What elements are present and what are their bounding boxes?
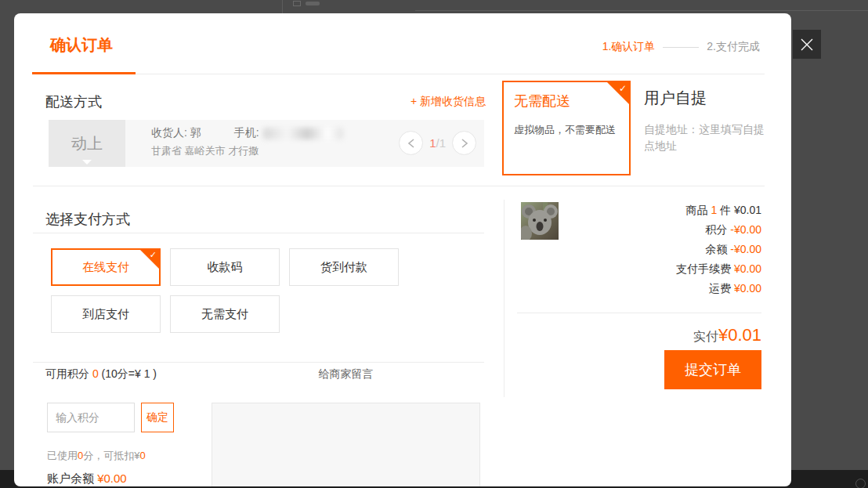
check-icon: ✓: [150, 250, 157, 260]
address-pager: 1/1: [399, 131, 476, 155]
order-confirm-modal: 确认订单 1.确认订单 2.支付完成 配送方式 + 新增收货信息 动上 收货人:…: [14, 13, 791, 486]
payment-option-label: 货到付款: [320, 260, 367, 275]
delivery-option-desc: 虚拟物品，不需要配送: [514, 123, 629, 137]
balance-label: 账户余额: [47, 472, 94, 485]
item-price: ¥0.01: [734, 204, 761, 216]
chevron-left-icon: [407, 139, 415, 148]
merchant-message-label: 给商家留言: [212, 367, 480, 381]
header-active-underline: [32, 72, 136, 74]
row-label: 支付手续费: [676, 262, 731, 275]
payment-option-online[interactable]: ✓ 在线支付: [51, 248, 161, 286]
summary-divider-vertical: [504, 200, 505, 397]
address-next-button[interactable]: [452, 131, 476, 155]
address-page-total: /1: [436, 136, 446, 150]
item-unit: 件: [720, 204, 731, 216]
background-divider: [415, 10, 868, 11]
points-input[interactable]: [47, 403, 135, 432]
address-card[interactable]: 动上 收货人: 郭 手机: 甘肃省 嘉峪关市 才行撒 1/1: [49, 120, 484, 167]
points-rate: (10分=¥ 1 ): [102, 367, 157, 380]
step-connector: [663, 47, 699, 48]
points-heading: 可用积分 0 (10分=¥ 1 ): [45, 367, 157, 381]
check-icon: ✓: [619, 83, 627, 94]
background-chat-icon: [855, 479, 866, 488]
used-mid: 分，可抵扣¥: [83, 450, 139, 461]
address-prev-button[interactable]: [399, 131, 423, 155]
points-used-line: 已使用0分，可抵扣¥0: [47, 449, 146, 463]
add-address-link[interactable]: + 新增收货信息: [410, 95, 486, 109]
summary-row-balance: 余额 -¥0.00: [517, 240, 761, 259]
points-section-divider: [33, 362, 484, 363]
header-divider: [32, 74, 765, 74]
total-row: 实付¥0.01: [517, 325, 761, 345]
delivery-option-self-pickup[interactable]: 用户自提 自提地址：这里填写自提点地址: [644, 88, 773, 154]
order-confirm-screen: 确认订单 1.确认订单 2.支付完成 配送方式 + 新增收货信息 动上 收货人:…: [0, 0, 868, 488]
phone-number-redacted: [263, 128, 343, 139]
payment-method-heading: 选择支付方式: [45, 210, 130, 229]
row-label: 积分: [705, 223, 727, 236]
item-label: 商品: [685, 204, 707, 216]
total-value: ¥0.01: [718, 325, 761, 345]
merchant-message-textarea[interactable]: [212, 403, 480, 486]
step-payment-done: 2.支付完成: [707, 40, 760, 54]
row-label: 余额: [705, 243, 727, 255]
address-tag-label: 动上: [71, 133, 103, 154]
row-value: -¥0.00: [730, 243, 761, 255]
receiver-name: 收货人: 郭: [151, 126, 201, 139]
checkout-steps: 1.确认订单 2.支付完成: [602, 40, 760, 54]
row-value: -¥0.00: [730, 223, 761, 236]
item-qty: 1: [711, 204, 717, 216]
payment-option-in-store[interactable]: 到店支付: [51, 295, 161, 333]
used-prefix: 已使用: [47, 450, 78, 461]
summary-item-row: 商品 1 件 ¥0.01: [517, 201, 761, 220]
submit-order-button[interactable]: 提交订单: [664, 350, 761, 389]
page-title: 确认订单: [50, 34, 113, 56]
phone-label: 手机:: [234, 126, 259, 139]
close-icon: [799, 37, 815, 52]
total-label: 实付: [693, 330, 718, 343]
order-summary: 商品 1 件 ¥0.01 积分 -¥0.00 余额 -¥0.00 支付手续费 ¥…: [517, 201, 761, 298]
payment-option-label: 到店支付: [82, 307, 129, 322]
payment-option-label: 收款码: [208, 260, 243, 275]
balance-value: ¥0.00: [97, 472, 127, 485]
summary-row-shipping: 运费 ¥0.00: [517, 279, 761, 298]
delivery-option-no-shipping[interactable]: ✓ 无需配送 虚拟物品，不需要配送: [502, 81, 631, 175]
points-confirm-button[interactable]: 确定: [141, 403, 174, 432]
payment-option-no-payment[interactable]: 无需支付: [170, 295, 280, 333]
section-divider: [33, 186, 765, 186]
payment-option-qr-code[interactable]: 收款码: [170, 248, 280, 286]
points-available: 0: [92, 367, 99, 380]
background-text-remnant: [306, 2, 320, 5]
points-label: 可用积分: [45, 367, 89, 380]
address-region: 甘肃省 嘉峪关市 才行撒: [151, 144, 343, 158]
delivery-option-title: 用户自提: [644, 88, 773, 109]
step-confirm-order: 1.确认订单: [602, 40, 656, 54]
delivery-method-heading: 配送方式: [45, 92, 102, 111]
address-info: 收货人: 郭 手机: 甘肃省 嘉峪关市 才行撒: [151, 126, 343, 158]
summary-total-divider: [517, 313, 761, 313]
used-deduct: 0: [139, 450, 145, 461]
background-divider: [282, 0, 283, 13]
address-tag[interactable]: 动上: [49, 120, 125, 167]
row-label: 运费: [709, 282, 731, 295]
account-balance-line: 账户余额 ¥0.00: [47, 472, 127, 486]
delivery-option-desc: 自提地址：这里填写自提点地址: [644, 121, 773, 154]
row-value: ¥0.00: [734, 262, 761, 275]
row-value: ¥0.00: [734, 282, 761, 295]
chevron-down-icon: [82, 160, 92, 164]
summary-row-points: 积分 -¥0.00: [517, 220, 761, 240]
summary-row-fee: 支付手续费 ¥0.00: [517, 259, 761, 279]
payment-option-cod[interactable]: 货到付款: [289, 248, 399, 286]
address-page-indicator: 1/1: [429, 136, 446, 150]
payment-option-label: 在线支付: [82, 260, 129, 275]
payment-option-label: 无需支付: [201, 307, 248, 322]
payment-heading-divider: [33, 233, 484, 233]
chevron-right-icon: [461, 139, 468, 148]
background-checkbox-remnant: [293, 1, 301, 6]
close-button[interactable]: [793, 30, 821, 59]
